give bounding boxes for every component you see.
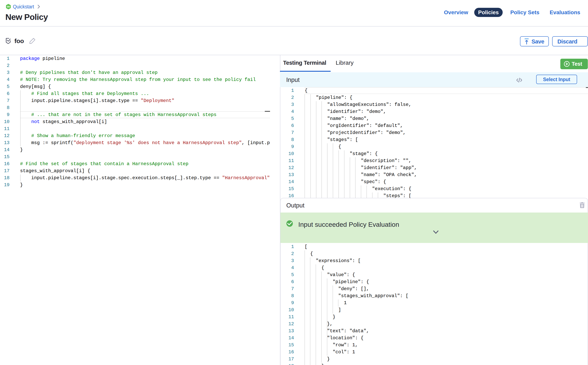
svg-text:∞: ∞ <box>7 4 10 9</box>
